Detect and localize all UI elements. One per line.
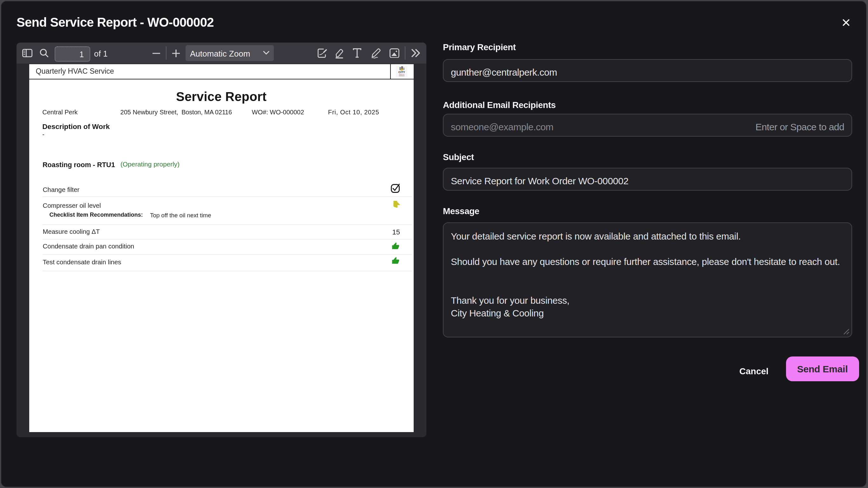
- svg-text:HEATING: HEATING: [399, 74, 404, 75]
